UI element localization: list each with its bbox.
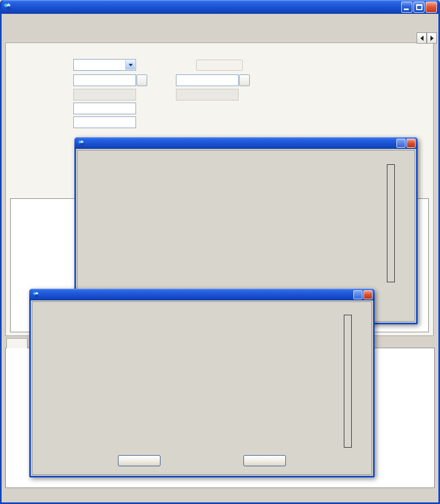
close-plot-button[interactable] [118, 455, 160, 466]
bnc-logo-icon [32, 291, 39, 298]
snr2-skyplot [241, 166, 374, 299]
menu-file[interactable] [4, 18, 9, 21]
menu-help[interactable] [15, 18, 19, 21]
mp-dialog-close-button[interactable] [363, 290, 373, 299]
colorbar-gradient [344, 315, 352, 448]
input-nav-field[interactable] [176, 74, 239, 86]
action-select[interactable] [73, 59, 136, 71]
mp-colorbar [321, 315, 354, 448]
menu-bar [0, 14, 440, 24]
window-titlebar[interactable] [0, 0, 440, 14]
bnc-logo-icon [78, 140, 84, 147]
output-nav-field [176, 89, 239, 100]
snr-dialog-help-button[interactable] [396, 139, 405, 148]
mp-plot-dialog [29, 289, 375, 477]
mp1-skyplot [46, 317, 179, 450]
maximize-icon [416, 4, 422, 10]
browse-nav-button[interactable] [239, 74, 250, 86]
print-plot-button[interactable] [243, 455, 286, 466]
logfile-field[interactable] [73, 103, 136, 114]
bnc-main-window [0, 0, 440, 504]
snr1-skyplot [91, 166, 224, 299]
arrow-left-icon [420, 36, 424, 41]
set-edit-options-button[interactable] [196, 60, 243, 71]
output-obs-field [73, 89, 136, 100]
colorbar-unit-label [357, 341, 366, 421]
mp-dialog-help-button[interactable] [353, 290, 362, 299]
status-bar [0, 489, 440, 504]
arrow-right-icon [430, 36, 434, 41]
chevron-down-icon [129, 64, 133, 69]
close-button[interactable] [426, 2, 437, 13]
mp-dialog-titlebar[interactable] [29, 289, 375, 300]
tab-bar [6, 30, 416, 43]
tab-scroll-right-button[interactable] [427, 32, 437, 44]
tab-log[interactable] [6, 338, 28, 348]
minimize-icon [404, 9, 409, 10]
tab-scroll-buttons [417, 32, 437, 44]
mp-dialog-content [31, 300, 373, 476]
colorbar-gradient [387, 164, 395, 282]
maximize-button[interactable] [413, 2, 425, 13]
combo-dropdown-button[interactable] [125, 60, 135, 70]
snr-dialog-titlebar[interactable] [74, 137, 418, 149]
snr-dialog-close-button[interactable] [407, 139, 416, 148]
browse-obs-button[interactable] [137, 74, 147, 86]
snr-colorbar [365, 164, 397, 282]
streams-header [11, 190, 28, 196]
input-obs-field[interactable] [73, 74, 136, 86]
tab-scroll-left-button[interactable] [417, 32, 427, 44]
bnc-logo-icon [3, 3, 12, 11]
plots-dir-field[interactable] [73, 116, 136, 128]
mp2-skyplot [196, 317, 329, 450]
minimize-button[interactable] [401, 2, 412, 13]
